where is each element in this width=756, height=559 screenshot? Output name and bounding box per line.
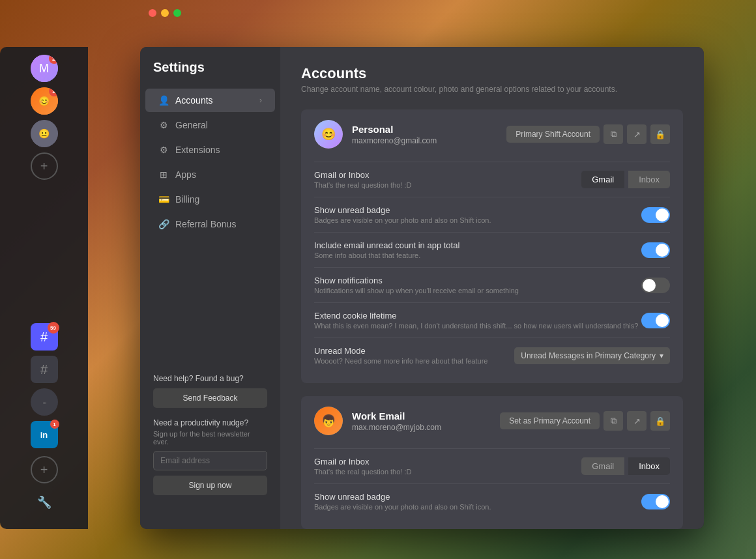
personal-notifications-toggle[interactable] — [641, 278, 670, 293]
personal-unread-badge-desc: Badges are visible on your photo and als… — [314, 216, 641, 224]
newsletter-title: Need a productivity nudge? — [153, 418, 267, 427]
sidebar-item-extensions[interactable]: ⚙ Extensions — [145, 138, 275, 162]
primary-shift-account-button[interactable]: Primary Shift Account — [506, 126, 600, 143]
work-avatar: 👦 — [314, 407, 343, 435]
external-link-icon: ↗ — [633, 130, 641, 139]
personal-include-unread-info: Include email unread count in app total … — [314, 240, 641, 259]
personal-lock-icon-btn[interactable]: 🔒 — [650, 124, 670, 144]
wrench-icon[interactable]: 🔧 — [31, 489, 58, 516]
unread-mode-value: Unread Messages in Primary Category — [521, 351, 656, 360]
personal-unread-badge-row: Show unread badge Badges are visible on … — [314, 197, 670, 232]
dock-avatar-3[interactable]: 😐 — [31, 120, 58, 147]
personal-unread-mode-control: Unread Messages in Primary Category ▾ — [514, 347, 670, 364]
personal-unread-badge-toggle[interactable] — [641, 207, 670, 223]
dock: M 2 😊 1 😐 + # 59 # ··· in 1 + 🔧 — [0, 47, 88, 529]
personal-gmail-inbox-info: Gmail or Inbox That's the real question … — [314, 170, 581, 189]
sidebar-help-section: Need help? Found a bug? Send Feedback Ne… — [140, 364, 280, 516]
dropdown-chevron-icon: ▾ — [660, 351, 663, 360]
maximize-button[interactable] — [173, 9, 181, 17]
work-account-info: Work Email max.moreno@myjob.com — [352, 410, 500, 432]
personal-gmail-inbox-desc: That's the real question tho! :D — [314, 181, 581, 189]
personal-link-icon-btn[interactable]: ↗ — [627, 124, 647, 144]
hash-icon-2: # — [40, 362, 48, 377]
personal-account-card: 😊 Personal maxmoreno@gmail.com Primary S… — [301, 109, 683, 383]
dock-avatar-1[interactable]: M 2 — [31, 55, 58, 82]
work-gmail-inbox-label: Gmail or Inbox — [314, 457, 581, 466]
personal-cookie-row: Extend cookie lifetime What this is even… — [314, 302, 670, 337]
personal-account-actions: Primary Shift Account ⧉ ↗ 🔒 — [506, 124, 670, 144]
work-avatar-image: 👦 — [314, 407, 343, 435]
sidebar-title: Settings — [140, 60, 280, 88]
unread-mode-dropdown[interactable]: Unread Messages in Primary Category ▾ — [514, 347, 670, 364]
personal-unread-badge-control — [641, 207, 670, 223]
page-subtitle: Change account name, account colour, pho… — [301, 85, 683, 94]
personal-gmail-inbox-label: Gmail or Inbox — [314, 170, 581, 180]
billing-icon: 💳 — [158, 194, 169, 205]
personal-account-email: maxmoreno@gmail.com — [352, 136, 506, 145]
personal-account-info: Personal maxmoreno@gmail.com — [352, 124, 506, 145]
dots-icon: ··· — [42, 397, 46, 407]
main-content: Accounts Change account name, account co… — [280, 47, 704, 529]
accounts-arrow-icon: › — [259, 96, 262, 105]
set-primary-account-button[interactable]: Set as Primary Account — [500, 412, 600, 429]
personal-gmail-inbox-control: Gmail Inbox — [581, 171, 670, 188]
page-title: Accounts — [301, 65, 683, 82]
sidebar-item-referral[interactable]: 🔗 Referral Bonus — [145, 212, 275, 236]
sidebar-item-apps[interactable]: ⊞ Apps — [145, 163, 275, 186]
personal-unread-mode-label: Unread Mode — [314, 346, 514, 356]
inbox-tab-btn[interactable]: Inbox — [628, 171, 670, 188]
work-unread-badge-label: Show unread badge — [314, 492, 641, 502]
dock-app-dots[interactable]: ··· — [31, 388, 58, 416]
work-gmail-inbox-row: Gmail or Inbox That's the real question … — [314, 448, 670, 483]
sidebar-item-accounts[interactable]: 👤 Accounts › — [145, 89, 275, 112]
personal-include-unread-toggle[interactable] — [641, 242, 670, 258]
personal-avatar-image: 😊 — [314, 120, 343, 149]
personal-cookie-toggle[interactable] — [641, 313, 670, 328]
personal-include-unread-label: Include email unread count in app total — [314, 240, 641, 250]
work-account-email: max.moreno@myjob.com — [352, 423, 500, 432]
work-unread-badge-toggle[interactable] — [641, 494, 670, 509]
signup-button[interactable]: Sign up now — [153, 476, 267, 495]
work-unread-badge-info: Show unread badge Badges are visible on … — [314, 492, 641, 511]
work-gmail-tab-btn[interactable]: Gmail — [581, 457, 624, 475]
avatar-1-badge: 2 — [49, 55, 58, 64]
personal-notifications-info: Show notifications Notifications will sh… — [314, 276, 641, 294]
newsletter-email-input[interactable] — [153, 451, 267, 470]
add-app-button[interactable]: + — [31, 456, 58, 483]
personal-cookie-control — [641, 313, 670, 328]
work-open-icon-btn[interactable]: ⧉ — [603, 411, 623, 431]
linkedin-badge: 1 — [50, 420, 59, 429]
personal-notifications-control — [641, 278, 670, 293]
add-account-button[interactable]: + — [31, 152, 58, 180]
work-open-in-window-icon: ⧉ — [611, 416, 617, 426]
app-window: Settings 👤 Accounts › ⚙ General ⚙ Extens… — [140, 47, 704, 529]
personal-unread-badge-label: Show unread badge — [314, 205, 641, 215]
sidebar-item-billing[interactable]: 💳 Billing — [145, 188, 275, 211]
send-feedback-button[interactable]: Send Feedback — [153, 388, 267, 408]
gmail-tab-btn[interactable]: Gmail — [581, 171, 624, 188]
close-button[interactable] — [149, 9, 156, 17]
newsletter-text: Sign up for the best newsletter ever. — [153, 430, 267, 446]
dock-app-hash1[interactable]: # 59 — [31, 323, 58, 351]
personal-notifications-row: Show notifications Notifications will sh… — [314, 267, 670, 302]
lock-icon: 🔒 — [655, 130, 665, 139]
avatar-2-badge: 1 — [49, 87, 58, 96]
dock-avatar-2[interactable]: 😊 1 — [31, 87, 58, 115]
dock-app-linkedin[interactable]: in 1 — [31, 421, 58, 448]
work-inbox-tab-btn[interactable]: Inbox — [628, 457, 670, 475]
personal-open-icon-btn[interactable]: ⧉ — [603, 124, 623, 144]
work-gmail-inbox-desc: That's the real question tho! :D — [314, 468, 581, 476]
work-lock-icon-btn[interactable]: 🔒 — [650, 411, 670, 431]
work-gmail-inbox-info: Gmail or Inbox That's the real question … — [314, 457, 581, 476]
minimize-button[interactable] — [161, 9, 169, 17]
work-link-icon-btn[interactable]: ↗ — [627, 411, 647, 431]
sidebar-item-general[interactable]: ⚙ General — [145, 113, 275, 137]
personal-unread-badge-info: Show unread badge Badges are visible on … — [314, 205, 641, 224]
work-unread-badge-row: Show unread badge Badges are visible on … — [314, 483, 670, 519]
extensions-icon: ⚙ — [158, 145, 169, 155]
dock-app-hash2[interactable]: # — [31, 356, 58, 383]
personal-notifications-label: Show notifications — [314, 276, 641, 285]
work-account-name: Work Email — [352, 410, 500, 422]
personal-cookie-desc: What this is even mean? I mean, I don't … — [314, 322, 641, 330]
work-lock-icon: 🔒 — [655, 416, 665, 426]
